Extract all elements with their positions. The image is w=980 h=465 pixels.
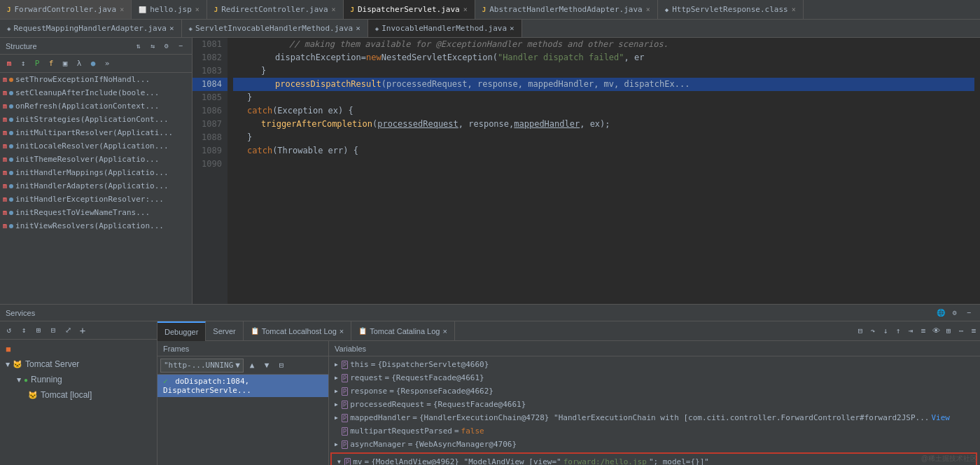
structure-item[interactable]: m initThemeResolver(Applicatio... <box>0 153 192 166</box>
field-btn[interactable]: ▣ <box>59 57 71 70</box>
close-icon[interactable]: × <box>510 24 514 33</box>
structure-item[interactable]: m initViewResolvers(Application... <box>0 219 192 233</box>
var-this[interactable]: ▶ P this = {DispatcherServlet@4660} <box>329 358 980 371</box>
structure-item[interactable]: m initHandlerAdapters(Applicatio... <box>0 179 192 193</box>
dot-icon <box>9 91 13 95</box>
close-icon[interactable]: × <box>120 6 124 13</box>
tabs-row2: ◈ RequestMappingHandlerAdapter.java × ◈ … <box>0 20 980 38</box>
structure-item[interactable]: m initHandlerMappings(Applicatio... <box>0 166 192 179</box>
anon-btn[interactable]: λ <box>73 57 85 70</box>
structure-item[interactable]: m onRefresh(ApplicationContext... <box>0 99 192 113</box>
sort-services-btn[interactable]: ↕ <box>18 324 30 337</box>
tab-abstract-handler[interactable]: J AbstractHandlerMethodAdapter.java × <box>475 0 658 20</box>
tab-forward-controller[interactable]: J ForwardController.java × <box>0 0 132 20</box>
tomcat-localhost-log-tab[interactable]: 📋 Tomcat Localhost Log × <box>244 321 351 341</box>
thread-dropdown[interactable]: "http-...UNNING ▼ <box>160 359 244 373</box>
var-async-manager[interactable]: ▶ P asyncManager = {WebAsyncManager@4706… <box>329 438 980 451</box>
filter-frames-btn[interactable]: ⊟ <box>275 359 288 372</box>
structure-item[interactable]: m initMultipartResolver(Applicati... <box>0 126 192 139</box>
close-icon[interactable]: × <box>332 6 336 13</box>
tomcat-catalina-log-tab[interactable]: 📋 Tomcat Catalina Log × <box>351 321 455 341</box>
structure-item[interactable]: m initLocaleResolver(Application... <box>0 139 192 153</box>
structure-item[interactable]: m setCleanupAfterInclude(boole... <box>0 86 192 99</box>
sort-alpha-icon[interactable]: ⇆ <box>147 41 158 52</box>
code-line: } <box>233 91 974 104</box>
param-icon: P <box>342 427 348 436</box>
close-tab-icon[interactable]: × <box>340 327 344 335</box>
expand-btn[interactable]: ⤢ <box>62 324 74 337</box>
step-over-btn[interactable]: ↷ <box>867 325 879 338</box>
evaluate-btn[interactable]: ≡ <box>917 325 930 338</box>
dot-icon <box>9 171 13 175</box>
debugger-tab[interactable]: Debugger <box>158 321 206 341</box>
func-btn[interactable]: f <box>45 57 57 70</box>
service-item-stop[interactable]: ■ <box>0 341 157 356</box>
close-icon[interactable]: × <box>646 6 650 13</box>
close-icon[interactable]: × <box>195 6 200 13</box>
globe-icon[interactable]: 🌐 <box>935 307 946 319</box>
group-btn[interactable]: ⊞ <box>32 324 45 337</box>
tab-invocable-handler[interactable]: ◈ InvocableHandlerMethod.java × <box>368 20 522 38</box>
filter-services-btn[interactable]: ⊟ <box>47 324 59 337</box>
service-item-tomcat-local[interactable]: 🐱 Tomcat [local] <box>0 387 157 403</box>
var-multipart-request-parsed[interactable]: ▶ P multipartRequestParsed = false <box>329 424 980 438</box>
close-icon[interactable]: × <box>792 6 796 13</box>
more-debug-btn[interactable]: ⋯ <box>955 325 967 338</box>
tab-request-mapping-handler[interactable]: ◈ RequestMappingHandlerAdapter.java × <box>0 20 182 38</box>
var-request[interactable]: ▶ P request = {RequestFacade@4661} <box>329 371 980 384</box>
filter-btn[interactable]: P <box>31 57 43 70</box>
step-into-btn[interactable]: ↓ <box>879 325 892 338</box>
structure-item[interactable]: m initStrategies(ApplicationCont... <box>0 113 192 126</box>
var-mapped-handler[interactable]: ▶ P mappedHandler = {HandlerExecutionCha… <box>329 411 980 424</box>
code-line: catch (Throwable err) { <box>233 144 974 158</box>
view-link[interactable]: View <box>931 413 950 422</box>
close-icon[interactable]: − <box>175 41 186 52</box>
close-icon[interactable]: × <box>169 24 174 33</box>
close-icon[interactable]: × <box>463 6 468 13</box>
structure-item[interactable]: m setThrowExceptionIfNoHandl... <box>0 73 192 86</box>
up-frame-btn[interactable]: ▲ <box>246 359 258 372</box>
settings-icon[interactable]: ⚙ <box>949 307 960 319</box>
more-btn[interactable]: » <box>101 57 113 70</box>
down-frame-btn[interactable]: ▼ <box>260 359 273 372</box>
method-icon: m <box>3 195 7 203</box>
settings-debug-btn[interactable]: ≡ <box>967 325 980 338</box>
variables-list: ▶ P this = {DispatcherServlet@4660} ▶ P … <box>329 356 980 465</box>
tab-http-servlet-response[interactable]: ◆ HttpServletResponse.class × <box>658 0 804 20</box>
service-item-tomcat-server[interactable]: ▶ 🐱 Tomcat Server <box>0 356 157 372</box>
step-out-btn[interactable]: ↑ <box>892 325 904 338</box>
tab-dispatcher-servlet[interactable]: J DispatcherServlet.java × <box>344 0 475 20</box>
dot-icon <box>9 184 13 188</box>
structure-item[interactable]: m initHandlerExceptionResolver:... <box>0 193 192 206</box>
code-lines[interactable]: // making them available for @ExceptionH… <box>227 38 980 304</box>
tab-hello-jsp[interactable]: ⬜ hello.jsp × <box>132 0 207 20</box>
settings-icon[interactable]: ⚙ <box>161 41 172 52</box>
code-line: triggerAfterCompletion ( processedReques… <box>233 118 974 131</box>
grid-btn[interactable]: ⊞ <box>942 325 955 338</box>
minimize-icon[interactable]: − <box>963 307 974 319</box>
tab-servlet-invocable[interactable]: ◈ ServletInvocableHandlerMethod.java × <box>182 20 368 38</box>
structure-header: Structure ⇅ ⇆ ⚙ − <box>0 38 192 55</box>
close-icon[interactable]: × <box>356 24 360 33</box>
watch-btn[interactable]: 👁 <box>930 325 942 338</box>
var-mv[interactable]: ▼ P mv = {ModelAndView@4962} "ModelAndVi… <box>332 455 976 465</box>
expand-tri-icon: ▶ <box>335 375 338 381</box>
structure-item[interactable]: m initRequestToViewNameTrans... <box>0 206 192 219</box>
expand-tri-icon: ▶ <box>16 377 22 382</box>
var-response[interactable]: ▶ P response = {ResponseFacade@4662} <box>329 384 980 398</box>
add-btn[interactable]: + <box>76 324 89 337</box>
structure-list: m setThrowExceptionIfNoHandl... m setCle… <box>0 73 192 304</box>
restart-btn[interactable]: ↺ <box>3 324 15 337</box>
server-tab[interactable]: Server <box>206 321 243 341</box>
blue-btn[interactable]: ● <box>87 57 99 70</box>
service-item-running[interactable]: ▶ ● Running <box>0 372 157 387</box>
run-to-cursor-btn[interactable]: ⇥ <box>904 325 917 338</box>
close-tab-icon[interactable]: × <box>442 327 447 335</box>
sort-icon[interactable]: ⇅ <box>133 41 144 52</box>
var-processed-request[interactable]: ▶ P processedRequest = {RequestFacade@46… <box>329 398 980 411</box>
tab-redirect-controller[interactable]: J RedirectController.java × <box>207 0 344 20</box>
expand-all-btn[interactable]: m <box>3 57 15 70</box>
frame-item[interactable]: ✓ doDispatch:1084, DispatcherServle... <box>158 375 328 397</box>
restore-layout-btn[interactable]: ⊟ <box>854 325 867 338</box>
sort-btn[interactable]: ↕ <box>17 57 29 70</box>
